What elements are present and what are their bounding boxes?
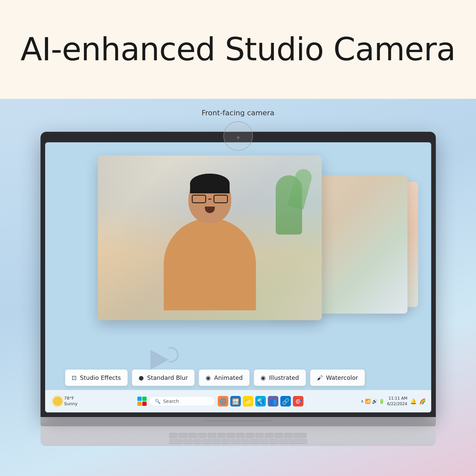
taskbar-app-folder[interactable]: 📁 — [243, 396, 253, 406]
key — [212, 439, 221, 443]
screen-toolbar: ⊡ Studio Effects ● Standard Blur ◉ Anima… — [65, 369, 411, 386]
key — [179, 433, 187, 437]
glass-left — [192, 195, 206, 203]
illustrated-label: Illustrated — [269, 374, 299, 381]
key — [279, 439, 288, 443]
key — [260, 439, 268, 443]
taskbar-app-edge[interactable]: 🌐 — [218, 396, 228, 406]
weather-widget[interactable]: 78°F Sunny — [50, 394, 80, 408]
standard-blur-icon: ● — [139, 374, 144, 381]
copilot-icon[interactable]: 🌈 — [419, 398, 426, 405]
laptop-bezel: ⊡ Studio Effects ● Standard Blur ◉ Anima… — [41, 132, 436, 417]
key — [236, 433, 245, 437]
watercolor-label: Watercolor — [326, 374, 358, 381]
key-wider — [289, 439, 307, 443]
glass-bridge — [208, 199, 211, 200]
windows-logo[interactable] — [137, 397, 147, 406]
key — [198, 433, 207, 437]
key — [227, 433, 235, 437]
sound-triangle-icon — [151, 350, 169, 370]
win-logo-sq1 — [137, 397, 142, 401]
key-wide — [169, 439, 182, 443]
keyboard-keys — [169, 433, 307, 443]
key — [183, 439, 192, 443]
laptop-screen: ⊡ Studio Effects ● Standard Blur ◉ Anima… — [45, 142, 431, 412]
key — [250, 439, 259, 443]
key — [269, 439, 278, 443]
video-card-main — [98, 155, 322, 320]
standard-blur-label: Standard Blur — [147, 374, 188, 381]
person-figure — [157, 175, 263, 320]
key — [188, 433, 197, 437]
animated-icon: ◉ — [206, 374, 211, 381]
taskbar-app-browser[interactable]: 🌏 — [255, 396, 266, 406]
key — [231, 439, 240, 443]
key — [222, 439, 230, 443]
toolbar-btn-standard-blur[interactable]: ● Standard Blur — [132, 369, 195, 386]
illustrated-icon: ◉ — [261, 374, 266, 381]
key — [193, 439, 202, 443]
laptop: ⊡ Studio Effects ● Standard Blur ◉ Anima… — [41, 132, 436, 446]
toolbar-btn-illustrated[interactable]: ◉ Illustrated — [254, 369, 306, 386]
volume-icon[interactable]: 🔊 — [372, 399, 378, 404]
notification-bell-icon[interactable]: 🔔 — [410, 398, 417, 405]
taskbar-app-outlook[interactable]: 🔗 — [280, 396, 291, 406]
taskbar-search-text: Search — [163, 399, 179, 404]
system-tray-icons: ∧ 📶 🔊 🔋 — [361, 399, 384, 404]
video-area — [98, 155, 405, 340]
laptop-base — [41, 417, 436, 426]
page-title: AI-enhanced Studio Camera — [20, 31, 455, 68]
taskbar-app-icons: 🌐 🪟 📁 🌏 👥 🔗 🎯 — [218, 396, 303, 406]
studio-effects-label: Studio Effects — [80, 374, 121, 381]
key — [203, 439, 211, 443]
key — [217, 433, 226, 437]
camera-label: Front-facing camera — [202, 109, 274, 117]
key — [274, 433, 283, 437]
toolbar-btn-watercolor[interactable]: 🖌 Watercolor — [310, 369, 365, 386]
taskbar-left: 78°F Sunny — [50, 394, 80, 408]
win-logo-sq4 — [142, 402, 147, 406]
condition: Sunny — [64, 401, 78, 407]
taskbar-app-teams[interactable]: 👥 — [268, 396, 278, 406]
weather-text: 78°F Sunny — [64, 396, 78, 407]
laptop-hinge — [205, 420, 271, 424]
sound-wave — [151, 350, 169, 370]
taskbar: 78°F Sunny — [45, 390, 431, 412]
key-row-2 — [169, 439, 307, 443]
battery-icon: 🔋 — [379, 399, 384, 404]
current-time: 11:11 AM — [387, 396, 407, 401]
sound-arc-icon — [169, 347, 179, 362]
animated-label: Animated — [214, 374, 243, 381]
toolbar-btn-animated[interactable]: ◉ Animated — [199, 369, 250, 386]
temperature: 78°F — [64, 396, 78, 401]
watercolor-icon: 🖌 — [317, 374, 323, 381]
key — [284, 433, 293, 437]
glasses — [192, 194, 228, 204]
glass-right — [213, 195, 228, 203]
chevron-up-icon[interactable]: ∧ — [361, 399, 364, 404]
win-logo-sq2 — [142, 397, 147, 401]
current-date: 6/22/2024 — [387, 401, 407, 407]
video-inner-main — [98, 155, 322, 320]
key-row-1 — [169, 433, 307, 437]
key-wide — [294, 433, 307, 437]
laptop-wrapper: ⊡ Studio Effects ● Standard Blur ◉ Anima… — [41, 132, 436, 446]
key — [208, 433, 216, 437]
taskbar-center: 🔍 Search 🌐 🪟 📁 🌏 👥 — [80, 396, 361, 406]
taskbar-app-extra[interactable]: 🎯 — [293, 396, 303, 406]
clock-widget[interactable]: 11:11 AM 6/22/2024 — [387, 396, 407, 407]
taskbar-search-bar[interactable]: 🔍 Search — [149, 396, 215, 406]
wifi-icon: 📶 — [365, 399, 371, 404]
taskbar-app-windows[interactable]: 🪟 — [230, 396, 241, 406]
key — [169, 433, 178, 437]
key — [246, 433, 254, 437]
toolbar-btn-studio-effects[interactable]: ⊡ Studio Effects — [65, 369, 128, 386]
taskbar-search-icon: 🔍 — [155, 399, 160, 404]
studio-effects-icon: ⊡ — [72, 374, 77, 381]
taskbar-right: ∧ 📶 🔊 🔋 11:11 AM 6/22/2024 🔔 — [361, 396, 426, 407]
key — [255, 433, 264, 437]
win-logo-sq3 — [137, 402, 142, 406]
key — [241, 439, 249, 443]
laptop-keyboard-area — [41, 426, 436, 446]
sun-icon — [53, 397, 62, 406]
